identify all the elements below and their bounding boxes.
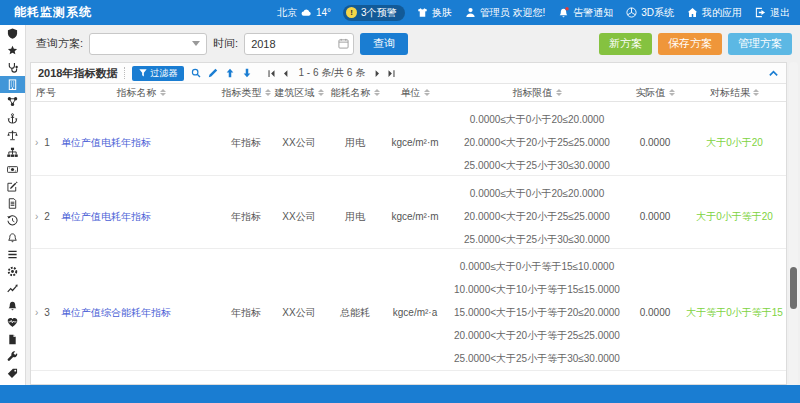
sort-icon (556, 89, 562, 96)
sort-icon (669, 89, 675, 96)
sidebar-item-gear[interactable] (0, 263, 25, 280)
new-plan-button[interactable]: 新方案 (599, 33, 652, 55)
menu-item-admin[interactable]: 管理员 欢迎您! (465, 6, 546, 20)
stethoscope-icon (7, 62, 18, 73)
col-type[interactable]: 指标类型 (221, 86, 271, 100)
sidebar-item-scale[interactable] (0, 127, 25, 144)
sidebar-item-edit[interactable] (0, 178, 25, 195)
menu-item-system3d[interactable]: 3D系统 (626, 6, 674, 20)
building-icon (7, 79, 18, 90)
arrow-up-icon[interactable] (225, 68, 235, 78)
sidebar-item-star[interactable] (0, 42, 25, 59)
logout-icon (755, 7, 766, 18)
menu-item-notify[interactable]: 告警通知 (558, 6, 613, 20)
anchor-icon (7, 113, 18, 124)
menu-item-myapps[interactable]: 我的应用 (687, 6, 742, 20)
menu-icon (7, 249, 18, 260)
sidebar-item-bell-outline[interactable] (0, 229, 25, 246)
table-row[interactable]: ›3 单位产值综合能耗年指标 年指标 XX公司 总能耗 kgce/m²·a 0.… (31, 249, 786, 371)
prev-page-icon[interactable] (281, 69, 290, 78)
sidebar-item-bell[interactable] (0, 297, 25, 314)
header-menu: 北京 14° ! 3个预警 换肤管理员 欢迎您!告警通知3D系统我的应用退出 (277, 5, 790, 21)
sidebar-item-shield[interactable] (0, 25, 25, 42)
last-page-icon[interactable] (387, 69, 396, 78)
sidebar-item-file[interactable] (0, 331, 25, 348)
money-icon (7, 164, 18, 175)
row-expand-icon[interactable]: › (35, 211, 38, 222)
table-row[interactable]: ›1 单位产值电耗年指标 年指标 XX公司 用电 kgce/m²·m 0.000… (31, 102, 786, 176)
sidebar-item-wrench[interactable] (0, 348, 25, 365)
sidebar-item-stethoscope[interactable] (0, 59, 25, 76)
calendar-icon[interactable] (338, 38, 349, 49)
star-icon (7, 45, 18, 56)
col-name[interactable]: 指标名称 (61, 86, 221, 100)
query-button[interactable]: 查询 (360, 33, 408, 55)
row-seq: 3 (44, 307, 50, 318)
menu-item-label: 告警通知 (573, 6, 613, 20)
row-area: XX公司 (271, 210, 327, 224)
row-type: 年指标 (221, 136, 271, 150)
arrow-down-icon[interactable] (242, 68, 252, 78)
sitemap-icon (7, 147, 18, 158)
next-page-icon[interactable] (373, 69, 382, 78)
row-result: 大于0小于20 (683, 136, 786, 150)
sidebar-item-chart[interactable] (0, 280, 25, 297)
sort-icon (318, 89, 324, 96)
sidebar-item-sitemap[interactable] (0, 144, 25, 161)
sidebar-item-history[interactable] (0, 212, 25, 229)
bell-alert-icon (558, 7, 569, 18)
row-energy: 总能耗 (327, 306, 383, 320)
main-content: 查询方案: 时间: 查询 新方案 保存方案 管理方案 2018年指标数据 过滤器 (26, 25, 800, 385)
indicator-name-link[interactable]: 单位产值电耗年指标 (61, 137, 151, 148)
indicator-name-link[interactable]: 单位产值综合能耗年指标 (61, 307, 171, 318)
menu-item-skin[interactable]: 换肤 (417, 6, 452, 20)
scrollbar-thumb[interactable] (790, 267, 797, 309)
alert-exclamation-icon: ! (346, 7, 357, 18)
sidebar-item-document[interactable] (0, 195, 25, 212)
file-icon (7, 334, 18, 345)
filter-button[interactable]: 过滤器 (132, 66, 184, 81)
search-icon[interactable] (191, 68, 201, 78)
menu-item-logout[interactable]: 退出 (755, 6, 790, 20)
first-page-icon[interactable] (267, 69, 276, 78)
table-row[interactable]: ›2 单位产值电耗年指标 年指标 XX公司 用电 kgce/m²·m 0.000… (31, 176, 786, 249)
row-expand-icon[interactable]: › (35, 137, 38, 148)
menu-item-label: 我的应用 (702, 6, 742, 20)
sidebar-item-tag[interactable] (0, 365, 25, 382)
row-energy: 用电 (327, 210, 383, 224)
sidebar-item-money[interactable] (0, 161, 25, 178)
sidebar-item-share[interactable] (0, 93, 25, 110)
query-plan-select[interactable] (89, 33, 207, 55)
row-unit: kgce/m²·m (383, 137, 447, 148)
user-icon (465, 7, 476, 18)
row-seq: 2 (44, 211, 50, 222)
sidebar-item-menu[interactable] (0, 246, 25, 263)
cloud-icon (301, 7, 312, 18)
manage-plan-button[interactable]: 管理方案 (728, 33, 792, 55)
table-row[interactable]: › 0.0000≤大于0小于等于15≤10.0000 (31, 371, 786, 385)
collapse-panel-icon[interactable] (768, 68, 779, 79)
col-limit[interactable]: 指标限值 (447, 86, 627, 100)
row-area: XX公司 (271, 136, 327, 150)
row-limits: 0.0000≤大于0小于等于15≤10.0000 10.0000<大于10小于等… (447, 249, 627, 376)
sidebar-item-heart[interactable] (0, 314, 25, 331)
row-expand-icon[interactable]: › (35, 307, 38, 318)
edit-icon (7, 181, 18, 192)
col-actual[interactable]: 实际值 (627, 86, 683, 100)
document-icon (7, 198, 18, 209)
time-input[interactable] (251, 38, 338, 50)
col-energy[interactable]: 能耗名称 (327, 86, 383, 100)
save-plan-button[interactable]: 保存方案 (658, 33, 722, 55)
brush-icon[interactable] (208, 68, 218, 78)
alert-count-badge[interactable]: ! 3个预警 (343, 5, 405, 21)
col-result[interactable]: 对标结果 (683, 86, 786, 100)
sidebar-item-anchor[interactable] (0, 110, 25, 127)
col-area[interactable]: 建筑区域 (271, 86, 327, 100)
scale-icon (7, 130, 18, 141)
weather-info: 北京 14° (277, 6, 331, 20)
vertical-scrollbar[interactable] (789, 62, 798, 385)
sidebar-item-building[interactable] (0, 76, 25, 93)
indicator-name-link[interactable]: 单位产值电耗年指标 (61, 211, 151, 222)
col-unit[interactable]: 单位 (383, 86, 447, 100)
gear-icon (7, 266, 18, 277)
